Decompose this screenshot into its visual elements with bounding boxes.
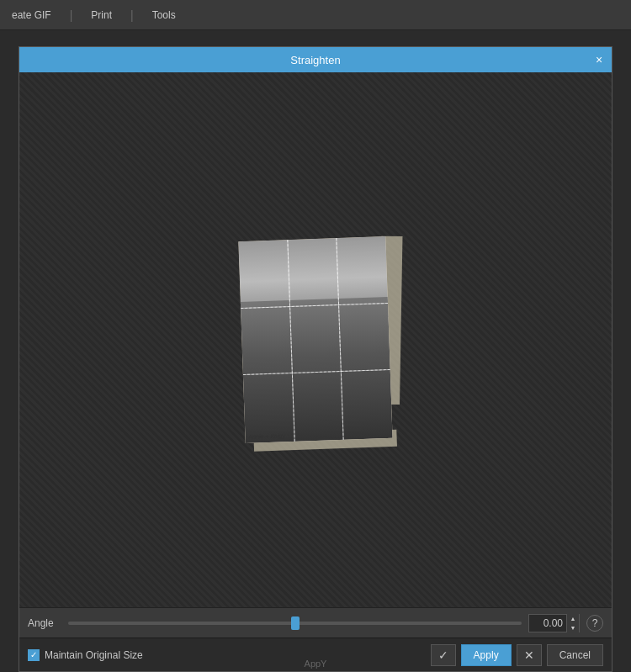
photo-people (241, 297, 393, 443)
spin-buttons: ▲ ▼ (566, 614, 579, 632)
maintain-size-label: Maintain Original Size (45, 649, 143, 661)
angle-bar: Angle ▲ ▼ ? (19, 607, 612, 638)
dialog-title: Straighten (290, 54, 340, 66)
menu-print[interactable]: Print (86, 6, 117, 24)
menu-sep-1: | (70, 8, 73, 22)
spin-up-button[interactable]: ▲ (567, 614, 579, 623)
cancel-button[interactable]: Cancel (547, 644, 603, 666)
help-button[interactable]: ? (586, 615, 603, 632)
photo-container: Annie + Keigy ↑ (238, 236, 392, 443)
angle-slider-track[interactable] (68, 622, 522, 625)
menu-bar: eate GIF | Print | Tools (0, 0, 631, 30)
dialog-close-button[interactable]: × (591, 52, 607, 67)
maintain-size-checkbox[interactable]: ✓ (28, 649, 40, 661)
apply-button[interactable]: Apply (461, 644, 512, 666)
straighten-dialog: Straighten × Annie + K (19, 46, 612, 672)
menu-sep-2: | (130, 8, 134, 22)
angle-label: Angle (28, 617, 61, 629)
angle-slider-thumb[interactable] (291, 616, 300, 630)
menu-tools[interactable]: Tools (147, 6, 181, 24)
photo-frame: Annie + Keigy ↑ (238, 236, 392, 443)
confirm-check-button[interactable]: ✓ (431, 644, 456, 666)
spin-down-button[interactable]: ▼ (567, 623, 579, 632)
canvas-area: Annie + Keigy ↑ (19, 72, 612, 607)
footer-bar: ✓ Maintain Original Size ✓ Apply ✕ Cance… (19, 638, 612, 671)
reject-button[interactable]: ✕ (517, 644, 542, 666)
dialog-title-bar: Straighten × (19, 47, 612, 72)
angle-value-input[interactable] (529, 617, 566, 629)
menu-create-gif[interactable]: eate GIF (7, 6, 56, 24)
angle-value-container: ▲ ▼ (528, 614, 580, 632)
maintain-size-container: ✓ Maintain Original Size (28, 649, 143, 661)
